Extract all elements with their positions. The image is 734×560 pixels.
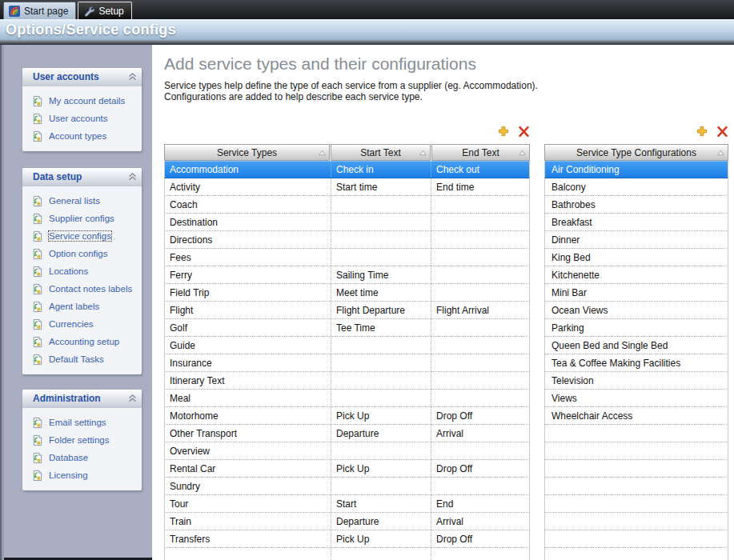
table-row[interactable]: Bathrobes	[544, 196, 728, 214]
sidebar-item[interactable]: Option configs	[22, 245, 142, 262]
sidebar-section-administration: Administration Email settings	[22, 390, 142, 490]
table-row[interactable]: Mini Bar	[544, 284, 728, 302]
table-row[interactable]: Destination	[164, 214, 530, 231]
column-header[interactable]: End Text	[431, 144, 530, 161]
add-service-type-button[interactable]	[497, 125, 510, 138]
table-row[interactable]: Queen Bed and Single Bed	[544, 337, 728, 354]
cell-start-text	[331, 442, 431, 459]
sidebar-item[interactable]: Service configs	[22, 227, 142, 245]
tab-start-page[interactable]: Start page	[3, 2, 76, 19]
cell-configuration: Balcony	[545, 178, 728, 195]
table-row[interactable]: Wheelchair Access	[544, 407, 728, 425]
start-page-icon	[9, 6, 20, 17]
table-row[interactable]: Tea & Coffee Making Facilities	[544, 354, 728, 372]
table-row[interactable]: Meal	[164, 390, 530, 407]
delete-configuration-button[interactable]	[716, 125, 728, 138]
table-row[interactable]: Tour Start End	[164, 495, 530, 513]
empty-row	[544, 495, 728, 513]
service-types-toolbar	[164, 124, 530, 138]
table-row[interactable]: King Bed	[544, 249, 728, 266]
sidebar-item[interactable]: Account types	[22, 127, 142, 145]
sidebar-item[interactable]: Email settings	[22, 414, 142, 431]
empty-row	[544, 478, 728, 495]
cell-configuration: Wheelchair Access	[545, 407, 728, 424]
tab-setup[interactable]: Setup	[78, 2, 131, 19]
table-row[interactable]: Golf Tee Time	[164, 319, 530, 337]
table-row[interactable]: Flight Flight Departure Flight Arrival	[164, 302, 530, 319]
table-row[interactable]: Air Conditioning	[544, 161, 728, 178]
empty-row	[544, 530, 728, 548]
column-header[interactable]: Service Types	[164, 144, 330, 161]
table-row[interactable]: Coach	[164, 196, 530, 214]
sidebar-item-label: Currencies	[49, 319, 94, 329]
sidebar-item[interactable]: Database	[22, 449, 142, 466]
cell-end-text: Arrival	[431, 513, 529, 530]
cell-configuration: Kitchenette	[545, 266, 728, 283]
section-header-data-setup[interactable]: Data setup	[22, 168, 142, 186]
table-row[interactable]: Itinerary Text	[164, 372, 530, 390]
table-row[interactable]: Ferry Sailing Time	[164, 266, 530, 284]
delete-service-type-button[interactable]	[517, 125, 530, 138]
sidebar-item[interactable]: Supplier configs	[22, 210, 142, 227]
sidebar-item[interactable]: Licensing	[22, 466, 142, 484]
table-row[interactable]: Kitchenette	[544, 266, 728, 284]
table-row[interactable]: Breakfast	[544, 214, 728, 231]
sidebar-item-label: Email settings	[49, 418, 106, 427]
sidebar-section-user-accounts: User accounts My account details	[22, 68, 142, 151]
table-row[interactable]: Ocean Views	[544, 302, 728, 319]
cell-service-type: Insurance	[165, 354, 331, 371]
sidebar-section-data-setup: Data setup General lists	[22, 168, 142, 374]
sidebar-item[interactable]: Accounting setup	[22, 333, 142, 350]
sidebar-item[interactable]: Locations	[22, 262, 142, 280]
table-row[interactable]: Accommodation Check in Check out	[164, 161, 530, 178]
sidebar-item[interactable]: Folder settings	[22, 431, 142, 449]
table-row[interactable]: Parking	[544, 319, 728, 337]
add-configuration-button[interactable]	[696, 125, 708, 138]
table-row[interactable]: Guide	[164, 337, 530, 354]
cell-service-type: Tour	[165, 495, 331, 512]
cell-end-text	[431, 319, 529, 336]
cell-start-text	[331, 390, 431, 406]
table-row[interactable]: Train Departure Arrival	[164, 513, 530, 530]
table-row[interactable]: Other Transport Departure Arrival	[164, 425, 530, 442]
cell-end-text	[431, 214, 529, 230]
table-row[interactable]: Balcony	[544, 178, 728, 196]
cell-end-text: Drop Off	[431, 407, 529, 424]
sidebar-item[interactable]: Agent labels	[22, 298, 142, 315]
cell-end-text: Arrival	[431, 425, 529, 442]
cell-configuration: Dinner	[545, 231, 728, 248]
sidebar-item[interactable]: General lists	[22, 192, 142, 210]
section-title: User accounts	[33, 71, 99, 82]
table-row[interactable]: Fees	[164, 249, 530, 266]
table-row[interactable]: Transfers Pick Up Drop Off	[164, 530, 530, 548]
sidebar-item[interactable]: My account details	[22, 92, 142, 110]
configurations-table: Service Type Configurations Air Conditio…	[544, 144, 728, 560]
table-row[interactable]: Directions	[164, 231, 530, 249]
table-row[interactable]: Sundry	[164, 478, 530, 495]
table-row[interactable]: Views	[544, 390, 728, 407]
column-header[interactable]: Service Type Configurations	[544, 144, 728, 161]
column-header[interactable]: Start Text	[331, 144, 431, 161]
table-row[interactable]: Television	[544, 372, 728, 390]
sidebar-item[interactable]: User accounts	[22, 110, 142, 127]
page-title: Options/Service configs	[0, 19, 734, 40]
table-row[interactable]: Overview	[164, 442, 530, 460]
sidebar-item-label: Folder settings	[49, 435, 109, 445]
section-header-administration[interactable]: Administration	[22, 390, 142, 408]
table-row[interactable]: Activity Start time End time	[164, 178, 530, 196]
section-title: Data setup	[33, 171, 82, 182]
page-icon	[31, 354, 43, 366]
cell-configuration: Breakfast	[545, 214, 728, 230]
table-row[interactable]: Dinner	[544, 231, 728, 249]
table-row[interactable]: Field Trip Meet time	[164, 284, 530, 302]
sidebar-item[interactable]: Currencies	[22, 315, 142, 333]
cell-start-text	[331, 354, 431, 371]
sidebar-item[interactable]: Default Tasks	[22, 350, 142, 368]
cell-service-type: Destination	[165, 214, 331, 230]
sidebar-item[interactable]: Contact notes labels	[22, 280, 142, 298]
table-row[interactable]: Rental Car Pick Up Drop Off	[164, 460, 530, 478]
table-row[interactable]: Motorhome Pick Up Drop Off	[164, 407, 530, 425]
table-row[interactable]: Insurance	[164, 354, 530, 372]
section-header-user-accounts[interactable]: User accounts	[22, 68, 142, 86]
cell-service-type: Activity	[165, 178, 331, 195]
